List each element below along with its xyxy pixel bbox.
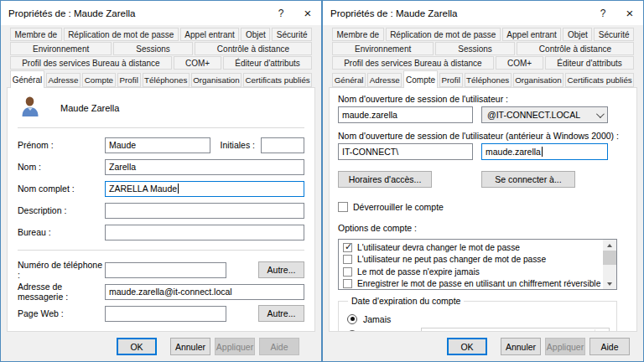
close-icon: × <box>626 6 634 20</box>
bureau-input[interactable] <box>105 225 304 240</box>
tab-general[interactable]: Général <box>332 73 366 87</box>
tab-membre-de[interactable]: Membre de <box>10 28 62 41</box>
tab-sessions[interactable]: Sessions <box>435 42 515 55</box>
pageweb-label: Page Web : <box>18 308 105 318</box>
tab-securite[interactable]: Sécurité <box>272 28 312 41</box>
tab-replication-mot-de-passe[interactable]: Réplication de mot de passe <box>64 28 179 41</box>
aide-button[interactable]: Aide <box>259 338 299 355</box>
fin-de-radio[interactable]: Fin de : mercredi 10 juin 2020 <box>347 327 610 332</box>
tab-telephones[interactable]: Téléphones <box>143 73 190 87</box>
general-properties-dialog: Propriétés de : Maude Zarella ? × Membre… <box>0 0 322 362</box>
tab-profil-services-bureau[interactable]: Profil des services Bureau à distance <box>10 56 172 70</box>
tab-strip: Membre de Réplication de mot de passe Ap… <box>332 28 634 87</box>
tab-environnement[interactable]: Environnement <box>332 42 434 55</box>
scroll-track[interactable] <box>603 265 616 278</box>
messagerie-label: Adresse de messagerie : <box>18 282 105 302</box>
se-connecter-button[interactable]: Se connecter à... <box>481 171 575 188</box>
tab-sessions[interactable]: Sessions <box>113 42 193 55</box>
annuler-button[interactable]: Annuler <box>170 338 210 355</box>
nom-input[interactable]: Zarella <box>105 159 304 175</box>
option-label: Le mot de passe n'expire jamais <box>357 267 480 277</box>
jamais-radio[interactable]: Jamais <box>347 311 610 327</box>
nom-complet-input[interactable]: ZARELLA Maude <box>105 181 304 197</box>
scroll-down-icon[interactable] <box>603 278 616 289</box>
scrollbar[interactable] <box>603 240 616 289</box>
tab-environnement[interactable]: Environnement <box>10 42 112 55</box>
option-item[interactable]: L'utilisateur ne peut pas changer de mot… <box>343 254 603 265</box>
date-month: juin <box>488 330 501 332</box>
tab-row-2: Environnement Sessions Contrôle à distan… <box>332 42 634 55</box>
annuler-button[interactable]: Annuler <box>501 338 541 355</box>
legacy-logon-input[interactable]: maude.zarella <box>481 143 608 160</box>
legacy-domain-value: IT-CONNECT\ <box>342 147 398 157</box>
tab-com-plus[interactable]: COM+ <box>174 56 221 70</box>
tab-organisation[interactable]: Organisation <box>513 73 564 87</box>
tab-adresse[interactable]: Adresse <box>367 73 402 87</box>
messagerie-row: Adresse de messagerie : maude.zarella@it… <box>13 281 309 303</box>
ok-button[interactable]: OK <box>447 338 487 355</box>
date-year: 2020 <box>515 330 534 332</box>
tab-controle-a-distance[interactable]: Contrôle à distance <box>517 42 634 55</box>
scroll-up-icon[interactable] <box>603 240 616 251</box>
description-input[interactable] <box>105 203 304 219</box>
tab-profil[interactable]: Profil <box>117 73 141 87</box>
date-dropdown-button[interactable] <box>595 329 608 332</box>
expiration-date-field[interactable]: mercredi 10 juin 2020 <box>421 328 610 332</box>
appliquer-button[interactable]: Appliquer <box>545 338 585 355</box>
option-item[interactable]: L'utilisateur devra changer le mot de pa… <box>343 242 603 253</box>
pageweb-row: Page Web : Autre... <box>13 303 309 324</box>
aide-button[interactable]: Aide <box>589 338 630 355</box>
unlock-account-checkbox[interactable]: Déverrouiller le compte <box>338 202 628 212</box>
tab-organisation[interactable]: Organisation <box>191 73 242 87</box>
telephone-input[interactable] <box>105 262 226 278</box>
telephone-autre-button[interactable]: Autre... <box>258 261 304 278</box>
tab-securite[interactable]: Sécurité <box>594 28 634 41</box>
scroll-thumb[interactable] <box>603 251 616 265</box>
upn-suffix-select[interactable]: @IT-CONNECT.LOCAL <box>481 106 608 123</box>
tab-appel-entrant[interactable]: Appel entrant <box>502 28 562 41</box>
compte-tab-page: Nom d'ouverture de session de l'utilisat… <box>329 87 637 332</box>
help-titlebar-button[interactable]: ? <box>267 1 294 25</box>
expiration-group-title: Date d'expiration du compte <box>348 296 464 306</box>
logon-name-input[interactable]: maude.zarella <box>338 106 473 123</box>
option-item[interactable]: Le mot de passe n'expire jamais <box>343 266 603 277</box>
tab-telephones[interactable]: Téléphones <box>465 73 512 87</box>
tab-certificats-publies[interactable]: Certificats publiés <box>243 73 312 87</box>
ok-button[interactable]: OK <box>117 338 157 355</box>
tab-adresse[interactable]: Adresse <box>46 73 80 87</box>
tab-strip: Membre de Réplication de mot de passe Ap… <box>10 28 312 87</box>
tab-replication-mot-de-passe[interactable]: Réplication de mot de passe <box>386 28 501 41</box>
tab-com-plus[interactable]: COM+ <box>496 56 543 70</box>
legacy-domain-input[interactable]: IT-CONNECT\ <box>338 143 473 160</box>
prenom-input[interactable]: Maude <box>105 137 210 153</box>
appliquer-button[interactable]: Appliquer <box>215 338 255 355</box>
tab-general[interactable]: Général <box>10 70 44 88</box>
tab-objet[interactable]: Objet <box>563 28 592 41</box>
tab-appel-entrant[interactable]: Appel entrant <box>180 28 240 41</box>
messagerie-input[interactable]: maude.zarella@it-connect.local <box>105 284 304 300</box>
description-row: Description : <box>13 199 309 221</box>
bureau-label: Bureau : <box>18 227 105 237</box>
tab-editeur-attributs[interactable]: Éditeur d'attributs <box>545 56 634 70</box>
tab-row-1: Membre de Réplication de mot de passe Ap… <box>332 28 634 41</box>
tab-controle-a-distance[interactable]: Contrôle à distance <box>195 42 312 55</box>
option-item[interactable]: Enregistrer le mot de passe en utilisant… <box>343 278 603 289</box>
radio-icon <box>347 330 357 333</box>
tab-editeur-attributs[interactable]: Éditeur d'attributs <box>223 56 312 70</box>
tab-certificats-publies[interactable]: Certificats publiés <box>565 73 634 87</box>
tab-profil-services-bureau[interactable]: Profil des services Bureau à distance <box>332 56 494 70</box>
tab-profil[interactable]: Profil <box>439 73 463 87</box>
close-button[interactable]: × <box>294 1 321 25</box>
tab-membre-de[interactable]: Membre de <box>332 28 384 41</box>
legacy-logon-row: IT-CONNECT\ maude.zarella <box>338 143 608 160</box>
pageweb-input[interactable] <box>105 306 226 322</box>
pageweb-autre-button[interactable]: Autre... <box>258 305 304 322</box>
tab-objet[interactable]: Objet <box>241 28 270 41</box>
close-button[interactable]: × <box>616 1 643 25</box>
text-caret <box>178 184 179 194</box>
tab-compte[interactable]: Compte <box>82 73 116 87</box>
help-titlebar-button[interactable]: ? <box>589 1 616 25</box>
initiales-input[interactable] <box>261 137 304 153</box>
tab-compte[interactable]: Compte <box>403 70 437 88</box>
horaires-acces-button[interactable]: Horaires d'accès... <box>338 171 432 188</box>
